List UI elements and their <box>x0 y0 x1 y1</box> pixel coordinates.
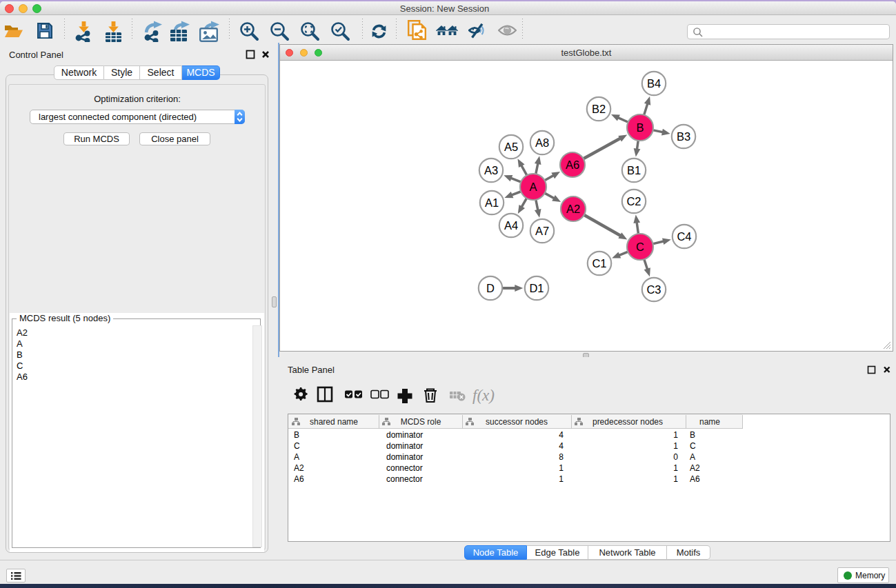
svg-text:4: 4 <box>559 441 564 451</box>
svg-text:C: C <box>690 441 696 451</box>
svg-text:A5: A5 <box>504 141 518 153</box>
svg-text:A7: A7 <box>535 225 549 237</box>
svg-text:C3: C3 <box>646 283 661 296</box>
svg-text:0: 0 <box>673 452 678 462</box>
svg-text:B: B <box>294 430 299 440</box>
svg-text:B4: B4 <box>647 77 661 90</box>
svg-text:A6: A6 <box>566 159 579 171</box>
svg-text:name: name <box>699 417 720 427</box>
svg-text:B1: B1 <box>627 164 641 176</box>
svg-text:C: C <box>636 241 644 253</box>
svg-text:A6: A6 <box>294 474 304 484</box>
svg-text:D1: D1 <box>529 282 544 294</box>
svg-text:1: 1 <box>673 463 678 473</box>
svg-text:A: A <box>690 452 695 462</box>
svg-text:A: A <box>294 452 299 462</box>
svg-text:f(x): f(x) <box>472 387 495 404</box>
svg-text:1: 1 <box>559 463 564 473</box>
svg-text:B: B <box>690 430 695 440</box>
svg-text:C1: C1 <box>592 257 606 270</box>
svg-text:C: C <box>294 441 300 451</box>
svg-text:B3: B3 <box>677 130 690 143</box>
svg-text:1: 1 <box>673 474 678 484</box>
svg-text:1: 1 <box>559 474 564 484</box>
svg-text:dominator: dominator <box>386 430 423 440</box>
svg-text:C4: C4 <box>677 230 691 243</box>
svg-text:B2: B2 <box>592 103 606 115</box>
svg-text:A8: A8 <box>535 136 549 149</box>
svg-text:1: 1 <box>673 430 678 440</box>
svg-text:D: D <box>486 282 495 294</box>
svg-text:A2: A2 <box>566 203 580 215</box>
svg-text:B: B <box>636 121 644 134</box>
svg-text:connector: connector <box>386 474 423 484</box>
svg-text:A3: A3 <box>484 164 498 176</box>
svg-text:shared name: shared name <box>310 417 358 427</box>
svg-text:A: A <box>529 181 537 193</box>
svg-text:C2: C2 <box>626 195 641 207</box>
svg-text:1: 1 <box>673 441 678 451</box>
svg-text:A6: A6 <box>690 474 700 484</box>
svg-text:connector: connector <box>386 463 423 473</box>
svg-text:8: 8 <box>559 452 564 462</box>
svg-text:predecessor nodes: predecessor nodes <box>593 417 663 427</box>
svg-text:successor nodes: successor nodes <box>486 417 548 427</box>
svg-text:dominator: dominator <box>386 452 423 462</box>
svg-text:A4: A4 <box>504 219 518 232</box>
svg-text:A2: A2 <box>690 463 700 473</box>
svg-text:A2: A2 <box>294 463 304 473</box>
svg-text:dominator: dominator <box>386 441 423 451</box>
svg-text:A1: A1 <box>485 196 499 209</box>
svg-text:4: 4 <box>559 430 564 440</box>
svg-text:MCDS role: MCDS role <box>401 417 441 427</box>
